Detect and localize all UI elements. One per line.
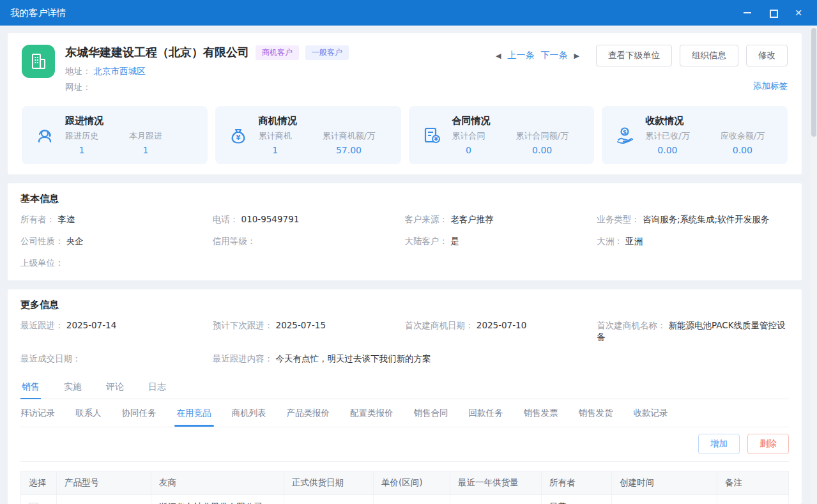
svg-text:¥: ¥ <box>236 134 240 141</box>
prev-record-link[interactable]: 上一条 <box>508 50 535 61</box>
edit-button[interactable]: 修改 <box>746 45 788 66</box>
next-record-link[interactable]: 下一条 <box>541 50 568 61</box>
cell-last-year-volume <box>450 495 542 504</box>
stat-title: 收款情况 <box>645 115 776 127</box>
field-last-deal-date: 最近成交日期： <box>20 353 213 365</box>
prev-arrow-icon[interactable]: ◀ <box>496 52 501 60</box>
field-phone: 电话： 010-9549791 <box>213 214 405 225</box>
subtab-payment-tasks[interactable]: 回款任务 <box>469 408 503 427</box>
subtab-sales-contracts[interactable]: 销售合同 <box>414 408 448 427</box>
cell-remark <box>717 495 789 504</box>
competing-products-table: 选择 产品型号 友商 正式供货日期 单价(区间) 最近一年供货量 所有者 创建时… <box>20 471 789 504</box>
field-company-nature: 公司性质： 央企 <box>20 236 213 247</box>
tag-normal-customer: 一般客户 <box>305 45 349 60</box>
col-supply-date: 正式供货日期 <box>284 471 374 495</box>
field-last-follow-up-content: 最近跟进内容： 今天有点忙，明天过去谈下我们新的方案 <box>213 353 789 365</box>
sub-tabs: 拜访记录 联系人 协同任务 在用竞品 商机列表 产品类报价 配置类报价 销售合同… <box>20 399 789 427</box>
table-toolbar: 增加 删除 <box>20 427 789 462</box>
address-link[interactable]: 北京市西城区 <box>94 66 146 76</box>
col-product-model: 产品型号 <box>57 471 151 495</box>
view-subordinate-units-button[interactable]: 查看下级单位 <box>596 45 672 66</box>
subtab-collaborative-tasks[interactable]: 协同任务 <box>122 408 157 427</box>
add-tag-link[interactable]: 添加标签 <box>753 80 788 92</box>
field-credit-rating: 信用等级： <box>213 236 405 247</box>
more-info-title: 更多信息 <box>20 299 789 311</box>
cell-vendor: 浙江华友钴业股份有限公司 <box>151 495 284 504</box>
subtab-payment-records[interactable]: 收款记录 <box>634 408 668 427</box>
metric-label: 应收余额/万 <box>721 130 765 142</box>
page-content: 东城华建建设工程（北京）有限公司 商机客户 一般客户 地址： 北京市西城区 网址… <box>0 26 809 504</box>
window-titlebar: 我的客户详情 ✕ <box>0 0 817 26</box>
tab-implementation[interactable]: 实施 <box>63 376 83 399</box>
metric-value: 1 <box>259 145 292 155</box>
maximize-icon[interactable] <box>768 8 777 17</box>
metric-label: 跟进历史 <box>65 130 98 142</box>
stat-card-payment: $ 收款情况 累计已收/万 0.00 应收余额/万 0.0 <box>602 106 788 164</box>
tab-logs[interactable]: 日志 <box>147 376 167 399</box>
cell-supply-date: 2025-01-01 <box>284 495 374 504</box>
vertical-scrollbar[interactable] <box>811 26 817 504</box>
headset-person-icon <box>33 125 56 146</box>
stat-title: 跟进情况 <box>65 115 196 127</box>
field-mainland-customer: 大陆客户： 是 <box>405 236 597 247</box>
address-label: 地址： <box>65 66 91 76</box>
cell-created-at: 2025-07-14 17:12 <box>612 495 717 504</box>
close-icon[interactable]: ✕ <box>794 8 803 17</box>
subtab-config-quotes[interactable]: 配置类报价 <box>350 408 393 427</box>
basic-info-title: 基本信息 <box>20 193 789 205</box>
field-first-opportunity-date: 首次建商机日期： 2025-07-10 <box>405 320 597 343</box>
window-controls: ✕ <box>743 8 803 17</box>
basic-info-card: 基本信息 所有者： 李逵 电话： 010-9549791 客户来源： 老客户推荐… <box>8 183 802 280</box>
subtab-competing-products[interactable]: 在用竞品 <box>177 408 211 427</box>
col-select: 选择 <box>21 471 57 495</box>
field-next-follow-up: 预计下次跟进： 2025-07-15 <box>213 320 405 343</box>
more-info-card: 更多信息 最近跟进： 2025-07-14 预计下次跟进： 2025-07-15… <box>8 289 802 504</box>
metric-label: 累计合同额/万 <box>516 130 569 142</box>
col-created-at: 创建时间 <box>612 471 717 495</box>
hand-coin-icon: $ <box>613 125 636 146</box>
add-button[interactable]: 增加 <box>698 434 740 454</box>
cell-owner: 晁盖 <box>542 495 612 504</box>
col-remark: 备注 <box>717 471 789 495</box>
metric-label: 累计商机 <box>259 130 292 142</box>
company-name: 东城华建建设工程（北京）有限公司 <box>65 45 249 60</box>
field-last-follow-up: 最近跟进： 2025-07-14 <box>20 320 213 343</box>
metric-label: 累计合同 <box>452 130 485 142</box>
field-owner: 所有者： 李逵 <box>20 214 213 225</box>
scrollbar-thumb[interactable] <box>811 28 816 137</box>
subtab-contacts[interactable]: 联系人 <box>75 408 102 427</box>
svg-text:¥: ¥ <box>434 137 438 142</box>
website-label: 网址： <box>65 82 91 92</box>
metric-value: 0.00 <box>721 145 765 155</box>
metric-label: 累计已收/万 <box>645 130 689 142</box>
subtab-sales-shipments[interactable]: 销售发货 <box>579 408 613 427</box>
next-arrow-icon[interactable]: ▶ <box>574 52 579 60</box>
col-unit-price: 单价(区间) <box>374 471 450 495</box>
metric-value: 0.00 <box>516 145 569 155</box>
col-last-year-volume: 最近一年供货量 <box>450 471 542 495</box>
subtab-product-quotes[interactable]: 产品类报价 <box>287 408 330 427</box>
field-first-opportunity-name: 首次建商机名称： 新能源电池PACK线质量管控设备 <box>597 320 789 343</box>
subtab-sales-invoices[interactable]: 销售发票 <box>524 408 558 427</box>
stat-title: 合同情况 <box>452 115 583 127</box>
tab-comments[interactable]: 评论 <box>105 376 125 399</box>
metric-value: 0 <box>452 145 485 155</box>
customer-header-card: 东城华建建设工程（北京）有限公司 商机客户 一般客户 地址： 北京市西城区 网址… <box>8 33 802 174</box>
minimize-icon[interactable] <box>743 8 752 17</box>
table-header-row: 选择 产品型号 友商 正式供货日期 单价(区间) 最近一年供货量 所有者 创建时… <box>21 471 789 495</box>
organization-info-button[interactable]: 组织信息 <box>680 45 738 66</box>
contract-icon: ¥ <box>420 125 443 146</box>
metric-value: 1 <box>65 145 98 155</box>
metric-value: 0.00 <box>645 145 689 155</box>
subtab-opportunity-list[interactable]: 商机列表 <box>232 408 266 427</box>
tab-sales[interactable]: 销售 <box>20 376 41 399</box>
tag-opportunity-customer: 商机客户 <box>256 45 299 60</box>
delete-button[interactable]: 删除 <box>747 434 789 454</box>
stat-card-contract: ¥ 合同情况 累计合同 0 累计合同额/万 0.00 <box>409 106 595 164</box>
field-continent: 大洲： 亚洲 <box>597 236 789 247</box>
subtab-visit-records[interactable]: 拜访记录 <box>20 408 55 427</box>
field-customer-source: 客户来源： 老客户推荐 <box>405 214 597 225</box>
cell-unit-price <box>374 495 450 504</box>
window-title: 我的客户详情 <box>10 7 66 19</box>
col-owner: 所有者 <box>542 471 612 495</box>
